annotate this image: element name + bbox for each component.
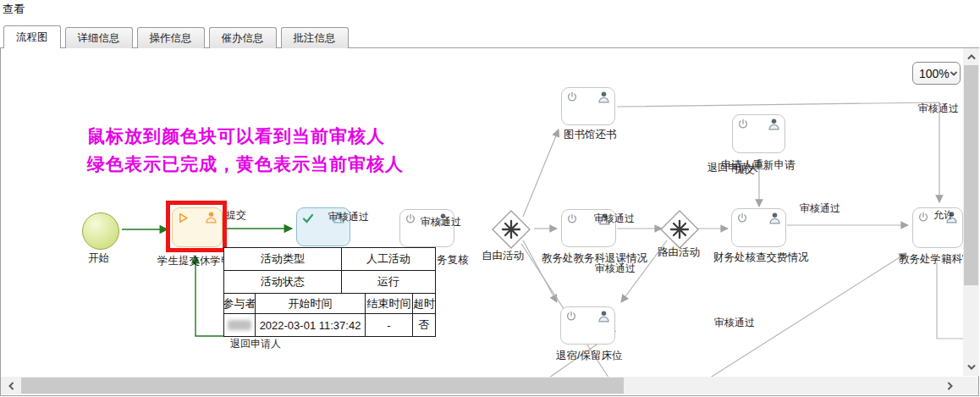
scroll-right-button[interactable]: [940, 377, 961, 394]
person-icon: [597, 91, 610, 103]
tab-flowchart[interactable]: 流程图: [3, 25, 61, 48]
asterisk-icon: [671, 221, 688, 238]
person-icon: [768, 118, 780, 130]
annotation-line-2: 绿色表示已完成，黄色表示当前审核人: [87, 152, 404, 176]
tab-operation-info[interactable]: 操作信息: [137, 27, 205, 48]
edge-label-approve: 审核通过: [328, 210, 369, 224]
tooltip-status-value: 运行: [342, 271, 435, 294]
zoom-level-select[interactable]: 100%: [912, 62, 961, 85]
flow-node-route-activity[interactable]: [659, 209, 700, 250]
activity-tooltip: 活动类型 人工活动 活动状态 运行 参与者 开始时间 结束时间 超时 2022-…: [223, 247, 436, 337]
power-icon: [737, 119, 750, 131]
tooltip-timeout: 否: [413, 314, 435, 336]
power-icon: [566, 213, 579, 226]
flowchart-panel: [0, 47, 979, 396]
scroll-down-button[interactable]: [963, 359, 979, 376]
vertical-scrollbar-thumb[interactable]: [964, 65, 978, 285]
tooltip-type-label: 活动类型: [224, 248, 342, 271]
edge-label-submit: 提交: [226, 208, 246, 223]
chevron-down-icon: [950, 69, 958, 78]
node-label-dorm: 退宿/保留床位: [556, 349, 622, 363]
power-icon: [565, 311, 578, 323]
tab-bar: 流程图 详细信息 操作信息 催办信息 批注信息: [3, 25, 349, 48]
edge-label-approve: 审核通过: [594, 212, 635, 226]
tooltip-header-end: 结束时间: [366, 294, 413, 314]
tooltip-header-timeout: 超时: [413, 294, 435, 314]
tooltip-header-start: 开始时间: [256, 294, 366, 314]
node-label-review-fragment: 务复核: [437, 253, 469, 267]
power-icon: [405, 213, 417, 226]
flow-node-start[interactable]: [82, 212, 119, 250]
tooltip-end-time: -: [366, 314, 413, 336]
node-label-registrar-review: 教务处学籍科审: [899, 252, 973, 267]
flow-node-free-activity[interactable]: [491, 209, 531, 250]
edge-label-approve: 审核通过: [800, 201, 840, 216]
tooltip-start-time: 2022-03-01 11:37:42: [256, 314, 366, 336]
edge-label-approve: 审核通过: [595, 262, 636, 276]
edge-label-allow: 允许: [933, 208, 954, 223]
check-icon: [301, 212, 314, 224]
power-icon: [917, 212, 930, 224]
power-icon: [736, 212, 749, 225]
vertical-scrollbar[interactable]: [963, 48, 979, 376]
tooltip-type-value: 人工活动: [342, 248, 435, 271]
scroll-up-button[interactable]: [963, 48, 979, 65]
participant-redacted: [228, 320, 251, 330]
scroll-left-button[interactable]: [1, 377, 21, 394]
node-label-start: 开始: [88, 251, 109, 266]
flow-node-finance-check[interactable]: [731, 208, 786, 247]
tooltip-participant-cell: [224, 314, 256, 336]
edge-label-approve: 审核通过: [918, 102, 959, 116]
node-label-student-submit: 学生提交休学申: [157, 254, 232, 268]
tab-detail-info[interactable]: 详细信息: [65, 27, 133, 48]
person-icon: [768, 212, 781, 224]
node-label-library-return: 图书馆还书: [564, 128, 617, 142]
node-label-finance-check: 财务处核查交费情况: [713, 251, 809, 265]
edge-label-approve: 审核通过: [421, 215, 461, 229]
tab-annotation-info[interactable]: 批注信息: [281, 27, 349, 48]
tooltip-status-label: 活动状态: [224, 271, 342, 294]
tooltip-header-participant: 参与者: [224, 294, 256, 314]
node-label-route-activity: 路由活动: [658, 245, 700, 260]
page-title: 查看: [3, 2, 25, 17]
edge-label-approve: 审核通过: [714, 316, 755, 330]
asterisk-icon: [503, 221, 520, 238]
node-label-reapply: 申请人重新申请: [721, 158, 796, 173]
annotation-line-1: 鼠标放到颜色块可以看到当前审核人: [87, 124, 385, 148]
tab-reminder-info[interactable]: 催办信息: [209, 27, 277, 48]
flow-node-library-return[interactable]: [561, 87, 615, 125]
flow-node-dorm[interactable]: [560, 306, 615, 345]
person-icon: [597, 310, 610, 323]
zoom-level-value: 100%: [919, 67, 950, 80]
flow-node-reapply[interactable]: [732, 114, 785, 153]
horizontal-scrollbar[interactable]: [1, 377, 978, 394]
highlight-box: [166, 201, 227, 252]
horizontal-scrollbar-thumb[interactable]: [21, 378, 624, 394]
power-icon: [566, 91, 579, 104]
edge-label-return-applicant: 退回申请人: [230, 337, 281, 351]
node-label-free-activity: 自由活动: [482, 249, 524, 263]
